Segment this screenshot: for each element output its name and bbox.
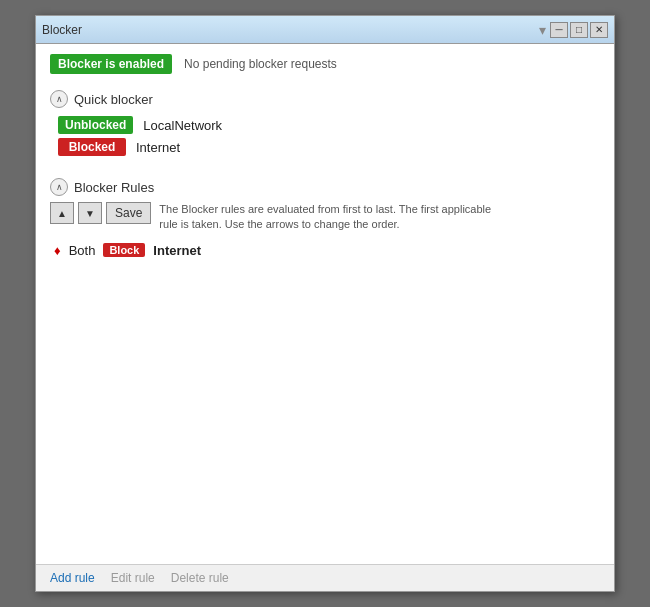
dropdown-icon[interactable]: ▾ [539, 22, 546, 38]
quick-blocker-header: ∧ Quick blocker [50, 90, 600, 108]
edit-rule-link[interactable]: Edit rule [111, 571, 155, 585]
both-label: Both [69, 243, 96, 258]
blocker-window: Blocker ▾ ─ □ ✕ Blocker is enabled No pe… [35, 15, 615, 592]
rules-list: ♦ Both Block Internet [54, 241, 600, 260]
quick-blocker-list: Unblocked LocalNetwork Blocked Internet [58, 114, 600, 158]
blocker-rules-title: Blocker Rules [74, 180, 154, 195]
status-bar: Blocker is enabled No pending blocker re… [50, 54, 600, 74]
window-footer: Add rule Edit rule Delete rule [36, 564, 614, 591]
blocked-badge[interactable]: Blocked [58, 138, 126, 156]
move-down-button[interactable]: ▼ [78, 202, 102, 224]
pending-status: No pending blocker requests [184, 57, 337, 71]
blocker-rules-collapse-button[interactable]: ∧ [50, 178, 68, 196]
quick-blocker-title: Quick blocker [74, 92, 153, 107]
window-body: Blocker is enabled No pending blocker re… [36, 44, 614, 564]
save-button[interactable]: Save [106, 202, 151, 224]
localnetwork-label: LocalNetwork [143, 118, 222, 133]
delete-rule-link[interactable]: Delete rule [171, 571, 229, 585]
minimize-button[interactable]: ─ [550, 22, 568, 38]
internet-label: Internet [136, 140, 180, 155]
quick-blocker-collapse-button[interactable]: ∧ [50, 90, 68, 108]
rules-toolbar: ▲ ▼ Save The Blocker rules are evaluated… [50, 202, 600, 233]
title-bar: Blocker ▾ ─ □ ✕ [36, 16, 614, 44]
rules-hint: The Blocker rules are evaluated from fir… [159, 202, 509, 233]
enabled-badge: Blocker is enabled [50, 54, 172, 74]
title-bar-buttons: ▾ ─ □ ✕ [539, 22, 608, 38]
window-title: Blocker [42, 23, 82, 37]
rule-item-both-block-internet[interactable]: ♦ Both Block Internet [54, 241, 600, 260]
maximize-button[interactable]: □ [570, 22, 588, 38]
unblocked-badge[interactable]: Unblocked [58, 116, 133, 134]
close-button[interactable]: ✕ [590, 22, 608, 38]
blocker-rules-section: ∧ Blocker Rules ▲ ▼ Save The Blocker rul… [50, 174, 600, 260]
move-up-button[interactable]: ▲ [50, 202, 74, 224]
add-rule-link[interactable]: Add rule [50, 571, 95, 585]
quick-blocker-item-internet[interactable]: Blocked Internet [58, 136, 600, 158]
block-badge: Block [103, 243, 145, 257]
internet-rule-label: Internet [153, 243, 201, 258]
blocker-rules-header: ∧ Blocker Rules [50, 178, 600, 196]
quick-blocker-item-localnetwork[interactable]: Unblocked LocalNetwork [58, 114, 600, 136]
both-icon: ♦ [54, 243, 61, 258]
